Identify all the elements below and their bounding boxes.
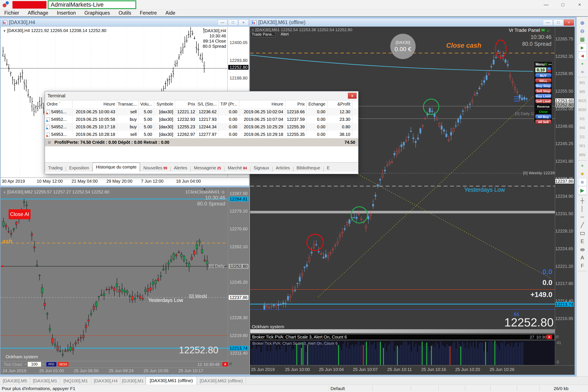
chart-tab-5[interactable]: [DJI30],M1: [120, 377, 146, 385]
timeframe-w1-button[interactable]: W1: [578, 142, 587, 150]
reverse-button[interactable]: Reverse: [535, 104, 552, 108]
h4-minimize-button[interactable]: —: [218, 20, 228, 26]
rectangle-icon[interactable]: [578, 229, 587, 237]
terminal-titlebar[interactable]: Terminal x: [45, 91, 358, 100]
add-indicator-icon[interactable]: +: [578, 162, 587, 170]
publisher-icon[interactable]: ▶: [578, 186, 587, 194]
chart-tab-6[interactable]: [DAX30],M61 (offline): [146, 376, 197, 385]
terminal-header-cell[interactable]: Heure: [239, 100, 285, 108]
lot-size-input[interactable]: 0.10: [535, 67, 546, 72]
close-all-button[interactable]: Close Al: [8, 209, 30, 219]
objects-list-icon[interactable]: ≡: [578, 178, 587, 186]
terminal-tab-alertes[interactable]: Alertes: [171, 164, 190, 172]
sell-button[interactable]: SELL: [535, 78, 552, 83]
terminal-tab-march-[interactable]: Marché84: [224, 164, 250, 172]
h4-restore-button[interactable]: □: [228, 20, 238, 26]
timeframe-m30-button[interactable]: M30: [578, 105, 587, 114]
vtp-monitor-icon[interactable]: [541, 29, 545, 32]
chart-tab-2[interactable]: [DAX30],M1: [30, 377, 60, 385]
terminal-header-cell[interactable]: Heure: [72, 100, 117, 108]
favorites-icon[interactable]: ★: [578, 170, 587, 178]
terminal-tab-signaux[interactable]: Signaux: [250, 164, 272, 172]
tick-close-button[interactable]: X: [222, 362, 228, 366]
timeframe-h4-button[interactable]: H4: [578, 123, 587, 132]
buy-button[interactable]: BUY: [535, 73, 552, 78]
table-row[interactable]: 54952...2019.06.25 10:17:18buy5.00[dax30…: [45, 123, 358, 131]
terminal-header-cell[interactable]: T/P (Pr...: [218, 100, 239, 108]
terminal-header-cell[interactable]: Transac...: [117, 100, 138, 108]
menu-item-fenetre[interactable]: Fenetre: [136, 10, 161, 16]
m61-restore-button[interactable]: □: [554, 20, 563, 26]
tick-left-arrow[interactable]: ◄: [24, 362, 27, 366]
sell-limit-button[interactable]: Sell Limit: [535, 99, 552, 103]
timeframe-mn-button[interactable]: MN: [578, 150, 587, 160]
text-icon[interactable]: A: [578, 254, 587, 262]
terminal-header-cell[interactable]: Volu...: [138, 100, 154, 108]
terminal-header-cell[interactable]: Prix: [285, 100, 307, 108]
ellipse-icon[interactable]: [578, 246, 587, 254]
menu-item-fichier[interactable]: Fichier: [0, 10, 24, 16]
m61-minimize-button[interactable]: —: [543, 20, 553, 26]
close-button[interactable]: Close: [535, 109, 552, 114]
chart-tab-1[interactable]: [DAX30],M5: [0, 377, 30, 385]
status-profile[interactable]: Default: [330, 386, 345, 391]
fibonacci-icon[interactable]: F: [578, 262, 587, 270]
trade-panel-r[interactable]: R: [544, 62, 547, 66]
new-order-icon[interactable]: +: [578, 60, 587, 68]
menu-item-graphiques[interactable]: Graphiques: [80, 10, 114, 16]
menu-item-insertion[interactable]: Insertion: [53, 10, 80, 16]
timeframe-h1-button[interactable]: H1: [578, 114, 587, 123]
lot-decrease-button[interactable]: -: [547, 70, 551, 72]
chart-tab-3[interactable]: [NQ100],M1: [60, 377, 91, 385]
terminal-tab-historique-du-compte[interactable]: Historique du compte: [92, 163, 140, 172]
minimize-button[interactable]: —: [538, 0, 554, 9]
terminal-header-cell[interactable]: Symbole: [154, 100, 175, 108]
vtp-smiley-icon[interactable]: ☺: [546, 28, 550, 33]
collapse-arrow-icon[interactable]: ▼: [252, 28, 254, 32]
crosshair-icon[interactable]: ┼: [578, 196, 587, 204]
h4-close-button[interactable]: ×: [238, 20, 248, 26]
menu-item-outils[interactable]: Outils: [114, 10, 136, 16]
close-button[interactable]: ×: [571, 0, 588, 9]
indicators-icon[interactable]: ≈: [578, 68, 587, 76]
terminal-tab-trading[interactable]: Trading: [45, 164, 66, 172]
buy-stop-button[interactable]: Buy Stop: [535, 84, 552, 88]
zoom-out-icon[interactable]: ⊖: [578, 27, 587, 35]
object-tab-trade-panel[interactable]: Trade Pane..: [250, 32, 275, 37]
chart-window-h4-titlebar[interactable]: [DAX30],H4 — □ ×: [0, 18, 249, 27]
tick-size-input[interactable]: 100: [28, 362, 41, 367]
trendline-icon[interactable]: ╱: [578, 221, 587, 229]
table-row[interactable]: 54951...2019.06.25 10:00:43sell5.00[dax3…: [45, 108, 358, 116]
terminal-close-button[interactable]: x: [348, 93, 356, 99]
m61-close-button[interactable]: ×: [564, 20, 574, 26]
ea-smiley-icon[interactable]: ☺: [221, 190, 225, 194]
terminal-tab-bibliotheque[interactable]: Bibliotheque: [293, 164, 324, 172]
terminal-tab-articles[interactable]: Articles: [272, 164, 293, 172]
buy-limit-button[interactable]: Buy Limit: [535, 94, 552, 98]
sell-stop-button[interactable]: Sell Stop: [535, 88, 552, 93]
terminal-tab-messagerie[interactable]: Messagerie25: [191, 164, 224, 172]
all-buy-button[interactable]: All Buy: [535, 114, 552, 119]
maximize-button[interactable]: □: [554, 0, 571, 9]
terminal-header-cell[interactable]: &Profit: [327, 100, 352, 108]
tile-windows-icon[interactable]: ▦: [578, 35, 587, 44]
table-row[interactable]: 54953...2019.06.25 10:28:18sell5.00[dax3…: [45, 131, 358, 138]
chart-tab-4[interactable]: [DAX30],H4: [91, 377, 120, 385]
ellipse-label-icon[interactable]: E: [578, 237, 587, 246]
vertical-line-icon[interactable]: │: [578, 204, 587, 213]
timeframe-m15-button[interactable]: M15: [578, 96, 587, 105]
terminal-header-cell[interactable]: S/L (Sto...: [197, 100, 218, 108]
auto-scroll-icon[interactable]: ►: [578, 44, 587, 52]
timeframe-m5-button[interactable]: M5: [578, 87, 587, 96]
terminal-tab-exposition[interactable]: Exposition: [66, 164, 92, 172]
broker-strip-close-button[interactable]: X: [546, 335, 552, 339]
sess-button[interactable]: SESS: [58, 362, 68, 367]
trade-panel-collapse[interactable]: —: [548, 62, 552, 66]
horizontal-line-icon[interactable]: ─: [578, 213, 587, 221]
chart-window-m61-titlebar[interactable]: [DAX30],M61 (offline) — □ ×: [250, 18, 575, 27]
collapse-arrow-icon[interactable]: ▼: [3, 29, 6, 33]
terminal-header-cell[interactable]: Ordre ˆ: [45, 100, 72, 108]
object-tab-alert[interactable]: Alert: [280, 32, 290, 37]
trade-panel-menu[interactable]: Menu: [536, 62, 544, 66]
timeframe-m1-button[interactable]: M1: [578, 78, 587, 87]
